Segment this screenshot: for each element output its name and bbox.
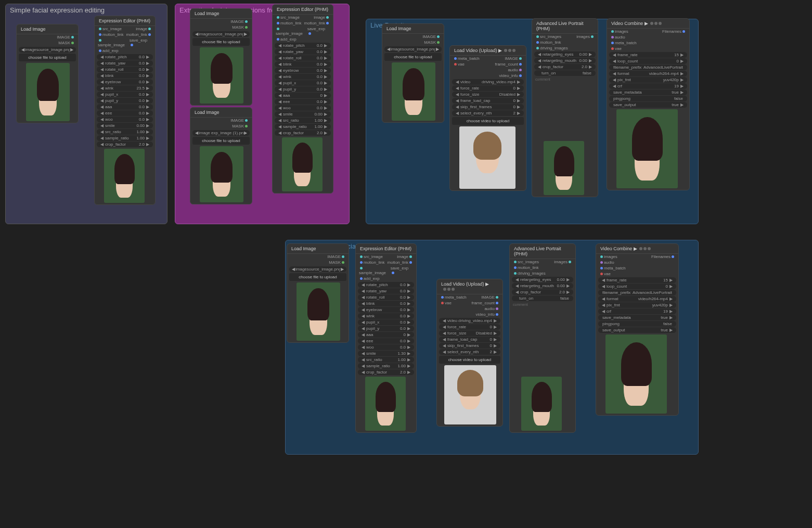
node-expression-editor[interactable]: Expression Editor (PHM) src_imageimage m…	[272, 4, 333, 194]
video-preview	[444, 365, 496, 424]
node-load-video[interactable]: Load Video (Upload) ▶ meta_batchIMAGE va…	[436, 279, 503, 427]
group-live-portrait: Live Portait Load Image IMAGE MASK ◀imag…	[366, 19, 699, 224]
node-load-image[interactable]: Load Image IMAGE MASK ◀imagesource_image…	[287, 243, 349, 343]
image-preview	[200, 146, 243, 202]
rotate-roll[interactable]: ◀rotate_roll0.0▶	[97, 67, 153, 72]
result-preview	[544, 141, 584, 195]
node-title: Expression Editor (PHM)	[95, 16, 155, 26]
prev-arrow[interactable]: ◀	[21, 47, 25, 52]
node-expression-editor[interactable]: Expression Editor (PHM) src_imageimage m…	[355, 243, 417, 433]
video[interactable]: ◀videodriving_video.mp4▶	[452, 79, 524, 85]
image-preview	[26, 63, 70, 121]
group-simple-editing: Simple facial expression editing Load Im…	[5, 4, 167, 224]
image-preview	[392, 62, 435, 121]
node-load-image[interactable]: Load Image IMAGE MASK ◀imagesource_image…	[16, 24, 79, 123]
play-icon[interactable]: ▶	[634, 246, 637, 251]
node-advanced-live-portrait[interactable]: Advanced Live Portrait (PHM) src_imagesi…	[509, 243, 576, 433]
next-arrow[interactable]: ▶	[70, 47, 74, 52]
group-live-portrait-editing: Live Portrait with facial expression edi…	[285, 240, 699, 455]
upload-button[interactable]: choose file to upload	[19, 54, 76, 61]
eyebrow[interactable]: ◀eyebrow0.0▶	[97, 79, 153, 85]
smile[interactable]: ◀smile0.00▶	[97, 123, 153, 128]
result-preview	[365, 377, 406, 431]
group-title: Simple facial expression editing	[10, 6, 105, 14]
result-preview	[605, 334, 667, 414]
node-load-image-a[interactable]: Load Image IMAGE MASK ◀imagesource_image…	[190, 8, 252, 106]
group-extract-expressions: Extracting facial expressions from photo…	[175, 4, 350, 224]
crop-factor[interactable]: ◀crop_factor2.0▶	[97, 141, 153, 147]
file-selector[interactable]: ◀image exp_image (1).png▶	[192, 130, 250, 136]
pupil-x[interactable]: ◀pupil_x0.0▶	[97, 92, 153, 97]
play-icon[interactable]: ▶	[485, 281, 489, 287]
blink[interactable]: ◀blink0.0▶	[97, 73, 153, 79]
aaa[interactable]: ◀aaa0.0▶	[97, 104, 153, 110]
node-video-combine[interactable]: Video Combine ▶ imagesFilenames audio me…	[607, 18, 690, 190]
play-icon[interactable]: ▶	[645, 21, 648, 26]
result-preview	[282, 137, 323, 191]
play-icon[interactable]: ▶	[498, 48, 502, 53]
node-advanced-live-portrait[interactable]: Advanced Live Portrait (PHM) src_imagesi…	[532, 18, 598, 197]
pupil-y[interactable]: ◀pupil_y0.0▶	[97, 98, 153, 104]
file-selector[interactable]: ◀imagesource_image.png▶	[192, 31, 250, 37]
wink[interactable]: ◀wink23.5▶	[97, 85, 153, 91]
file-selector[interactable]: ◀imagesource_image.png▶	[19, 47, 76, 53]
image-preview	[297, 282, 340, 341]
rotate-pitch[interactable]: ◀rotate_pitch0.0▶	[97, 54, 153, 60]
rotate-yaw[interactable]: ◀rotate_yaw0.0▶	[97, 60, 153, 66]
image-preview	[200, 47, 243, 104]
eee[interactable]: ◀eee0.0▶	[97, 110, 153, 116]
node-video-combine[interactable]: Video Combine ▶ imagesFilenames audio me…	[596, 243, 679, 416]
result-preview	[521, 377, 562, 431]
src-ratio[interactable]: ◀src_ratio1.00▶	[97, 129, 153, 135]
sample-ratio[interactable]: ◀sample_ratio1.00▶	[97, 135, 153, 141]
video-preview	[459, 126, 515, 189]
node-load-video[interactable]: Load Video (Upload) ▶ meta_batchIMAGE va…	[449, 45, 526, 191]
node-title: Load Image	[17, 24, 78, 34]
result-preview	[104, 149, 145, 203]
result-preview	[616, 109, 678, 188]
woo[interactable]: ◀woo0.0▶	[97, 117, 153, 122]
node-expression-editor[interactable]: Expression Editor (PHM) src_imageimage m…	[94, 16, 156, 205]
node-load-image[interactable]: Load Image IMAGE MASK ◀imagesource_image…	[382, 23, 444, 123]
node-load-image-b[interactable]: Load Image IMAGE MASK ◀image exp_image (…	[190, 107, 252, 204]
